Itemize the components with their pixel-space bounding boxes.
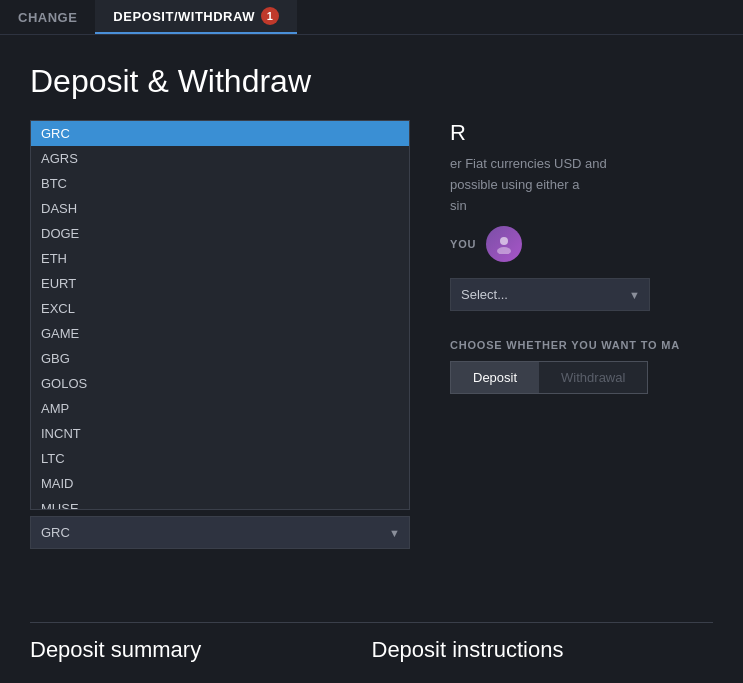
list-item[interactable]: ETH — [31, 246, 409, 271]
you-label: YOU — [450, 238, 476, 250]
deposit-summary-section: Deposit summary — [30, 637, 372, 663]
list-item[interactable]: DASH — [31, 196, 409, 221]
left-column: GRCAGRSBTCDASHDOGEETHEURTEXCLGAMEGBGGOLO… — [30, 120, 420, 612]
list-item[interactable]: MUSE — [31, 496, 409, 510]
choose-label: CHOOSE WHETHER YOU WANT TO MA — [450, 339, 713, 351]
two-column-layout: GRCAGRSBTCDASHDOGEETHEURTEXCLGAMEGBGGOLO… — [30, 120, 713, 612]
tab-change[interactable]: CHANGE — [0, 0, 95, 34]
list-item[interactable]: GAME — [31, 321, 409, 346]
list-item[interactable]: INCNT — [31, 421, 409, 446]
change-tab-label: CHANGE — [18, 10, 77, 25]
you-section: YOU — [450, 226, 713, 262]
deposit-instructions-heading: Deposit instructions — [372, 637, 714, 663]
deposit-withdraw-tab-label: DEPOSIT/WITHDRAW — [113, 9, 255, 24]
currency-select[interactable]: GRCAGRSBTCDASHDOGEETHEURTEXCLGAMEGBGGOLO… — [30, 516, 410, 549]
r-label: R — [450, 120, 713, 146]
list-item[interactable]: AMP — [31, 396, 409, 421]
bottom-section: Deposit summary Deposit instructions — [30, 622, 713, 663]
list-item[interactable]: EXCL — [31, 296, 409, 321]
main-content: Deposit & Withdraw GRCAGRSBTCDASHDOGEETH… — [0, 35, 743, 683]
avatar — [486, 226, 522, 262]
list-item[interactable]: BTC — [31, 171, 409, 196]
right-column: R er Fiat currencies USD and possible us… — [440, 120, 713, 612]
list-item[interactable]: GRC — [31, 121, 409, 146]
nav-bar: CHANGE DEPOSIT/WITHDRAW 1 — [0, 0, 743, 35]
deposit-summary-heading: Deposit summary — [30, 637, 372, 663]
svg-point-1 — [497, 247, 511, 254]
right-dropdown-section: Select... ▼ — [450, 278, 713, 331]
list-item[interactable]: EURT — [31, 271, 409, 296]
list-item[interactable]: GBG — [31, 346, 409, 371]
right-dropdown[interactable]: Select... — [450, 278, 650, 311]
list-item[interactable]: MAID — [31, 471, 409, 496]
desc-line3: sin — [450, 198, 467, 213]
list-item[interactable]: DOGE — [31, 221, 409, 246]
desc-line1: er Fiat currencies USD and — [450, 156, 607, 171]
currency-listbox[interactable]: GRCAGRSBTCDASHDOGEETHEURTEXCLGAMEGBGGOLO… — [30, 120, 410, 510]
deposit-button[interactable]: Deposit — [451, 362, 539, 393]
tab-deposit-withdraw[interactable]: DEPOSIT/WITHDRAW 1 — [95, 0, 297, 34]
deposit-withdrawal-toggle: Deposit Withdrawal — [450, 361, 648, 394]
list-item[interactable]: LTC — [31, 446, 409, 471]
page-title: Deposit & Withdraw — [30, 63, 713, 100]
right-description: er Fiat currencies USD and possible usin… — [450, 154, 713, 216]
desc-line2: possible using either a — [450, 177, 579, 192]
right-dropdown-wrapper: Select... ▼ — [450, 278, 650, 311]
list-item[interactable]: GOLOS — [31, 371, 409, 396]
withdrawal-button[interactable]: Withdrawal — [539, 362, 647, 393]
list-item[interactable]: AGRS — [31, 146, 409, 171]
svg-point-0 — [500, 237, 508, 245]
currency-select-wrapper: GRCAGRSBTCDASHDOGEETHEURTEXCLGAMEGBGGOLO… — [30, 516, 410, 549]
deposit-instructions-section: Deposit instructions — [372, 637, 714, 663]
avatar-icon — [494, 234, 514, 254]
nav-badge: 1 — [261, 7, 279, 25]
